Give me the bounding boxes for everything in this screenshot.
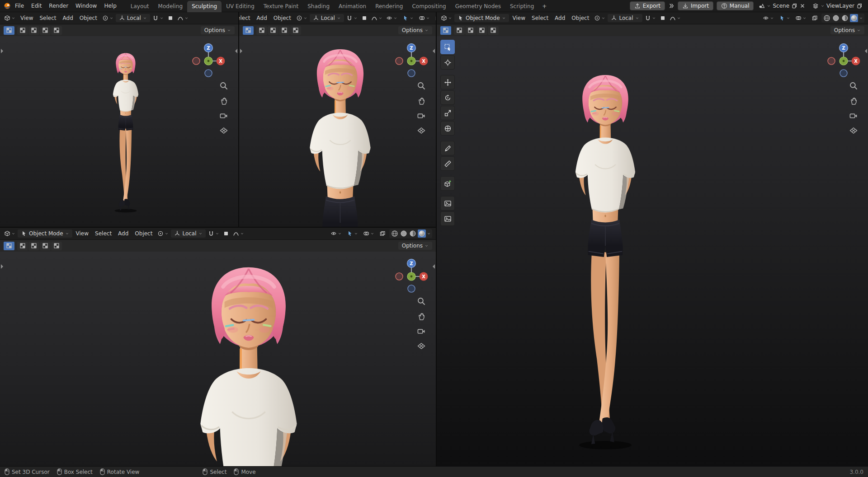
- pivot-point-button[interactable]: [295, 14, 309, 22]
- xray-toggle[interactable]: [434, 14, 436, 22]
- select-mode-new[interactable]: [4, 242, 14, 250]
- transform-orientation-dropdown[interactable]: Local: [116, 14, 150, 22]
- tool-move[interactable]: [440, 75, 455, 89]
- editor-type-button[interactable]: [3, 14, 17, 22]
- character-model[interactable]: [96, 42, 156, 220]
- shading-material[interactable]: [409, 229, 417, 238]
- tool-select-box[interactable]: [440, 40, 455, 54]
- import-button[interactable]: Import: [678, 1, 713, 10]
- select-mode-subtract[interactable]: [268, 26, 278, 35]
- menu-view[interactable]: View: [18, 14, 36, 23]
- select-mode-subtract[interactable]: [28, 26, 39, 35]
- menu-select[interactable]: Select: [92, 229, 114, 238]
- select-mode-invert[interactable]: [476, 26, 487, 35]
- tool-image-reference[interactable]: [440, 211, 455, 226]
- shading-solid[interactable]: [832, 14, 840, 22]
- sidebar-expand-arrow[interactable]: [430, 264, 435, 269]
- workspace-tab-rendering[interactable]: Rendering: [371, 1, 407, 12]
- menu-object[interactable]: Object: [271, 14, 294, 23]
- viewport-canvas[interactable]: [239, 36, 436, 227]
- select-mode-extend[interactable]: [17, 26, 28, 35]
- workspace-tab-sculpting[interactable]: Sculpting: [187, 1, 222, 12]
- proportional-editing-button[interactable]: [360, 14, 369, 22]
- menu-select[interactable]: Select: [529, 14, 551, 23]
- mode-dropdown[interactable]: Object Mode: [18, 229, 72, 238]
- menu-file[interactable]: File: [12, 1, 27, 10]
- export-button[interactable]: Export: [630, 1, 665, 10]
- toolbar-expand-arrow[interactable]: [1, 49, 5, 53]
- toolbar-expand-arrow[interactable]: [1, 264, 5, 269]
- transform-orientation-dropdown[interactable]: Local: [171, 229, 205, 238]
- workspace-tab-scripting[interactable]: Scripting: [505, 1, 538, 12]
- tool-rotate[interactable]: [440, 90, 455, 105]
- menu-add[interactable]: Add: [60, 14, 76, 23]
- xray-toggle[interactable]: [810, 14, 819, 22]
- sidebar-expand-arrow[interactable]: [233, 49, 237, 53]
- tool-scale[interactable]: [440, 106, 455, 120]
- close-icon[interactable]: [799, 3, 806, 9]
- select-mode-new[interactable]: [440, 26, 451, 35]
- sidebar-expand-arrow[interactable]: [430, 49, 435, 53]
- pivot-point-button[interactable]: [101, 14, 115, 22]
- character-model[interactable]: [136, 252, 362, 466]
- workspace-tab-animation[interactable]: Animation: [334, 1, 371, 12]
- show-gizmo-button[interactable]: [401, 14, 415, 22]
- camera-view-icon[interactable]: [417, 327, 426, 336]
- character-model[interactable]: [269, 36, 411, 227]
- add-workspace-button[interactable]: +: [538, 1, 550, 12]
- ortho-grid-icon[interactable]: [219, 126, 228, 135]
- scene-selector[interactable]: Scene: [757, 2, 807, 10]
- menu-render[interactable]: Render: [46, 1, 71, 10]
- snap-toggle[interactable]: [151, 14, 165, 22]
- select-mode-extend[interactable]: [17, 242, 28, 250]
- navigation-gizmo[interactable]: [392, 256, 430, 294]
- falloff-button[interactable]: [668, 14, 682, 22]
- workspace-tab-layout[interactable]: Layout: [126, 1, 154, 12]
- select-mode-new[interactable]: [4, 26, 14, 35]
- select-mode-extend[interactable]: [256, 26, 267, 35]
- snap-toggle[interactable]: [207, 229, 221, 238]
- navigation-gizmo[interactable]: [189, 41, 227, 79]
- zoom-icon[interactable]: [417, 81, 426, 90]
- menu-object[interactable]: Object: [569, 14, 592, 23]
- falloff-button[interactable]: [231, 229, 245, 238]
- options-dropdown[interactable]: Options: [201, 26, 235, 34]
- pan-hand-icon[interactable]: [219, 96, 228, 105]
- options-dropdown[interactable]: Options: [398, 242, 432, 250]
- menu-edit[interactable]: Edit: [28, 1, 45, 10]
- blender-logo-icon[interactable]: [4, 2, 11, 9]
- select-mode-intersect[interactable]: [290, 26, 301, 35]
- shading-rendered[interactable]: [418, 229, 426, 238]
- xray-toggle[interactable]: [378, 229, 387, 238]
- tool-image-empty[interactable]: [440, 196, 455, 210]
- visibility-button[interactable]: [385, 14, 399, 22]
- navigation-gizmo[interactable]: [825, 41, 863, 79]
- tool-transform[interactable]: [440, 121, 455, 136]
- pan-hand-icon[interactable]: [849, 96, 858, 105]
- manual-button[interactable]: Manual: [717, 1, 754, 10]
- show-gizmo-button[interactable]: [345, 229, 359, 238]
- tool-annotate[interactable]: [440, 141, 455, 155]
- visibility-button[interactable]: [761, 14, 775, 22]
- character-model[interactable]: [535, 48, 675, 466]
- shading-rendered[interactable]: [850, 14, 858, 22]
- workspace-tab-uv-editing[interactable]: UV Editing: [222, 1, 259, 12]
- chevron-down-icon[interactable]: [427, 232, 431, 236]
- zoom-icon[interactable]: [849, 81, 858, 90]
- workspace-tab-modeling[interactable]: Modeling: [154, 1, 188, 12]
- transform-orientation-dropdown[interactable]: Local: [608, 14, 642, 22]
- select-mode-subtract[interactable]: [465, 26, 476, 35]
- ortho-grid-icon[interactable]: [417, 341, 426, 351]
- zoom-icon[interactable]: [219, 81, 228, 90]
- select-mode-intersect[interactable]: [488, 26, 499, 35]
- options-dropdown[interactable]: Options: [830, 26, 864, 34]
- shading-material[interactable]: [841, 14, 849, 22]
- ortho-grid-icon[interactable]: [849, 126, 858, 135]
- options-dropdown[interactable]: Options: [398, 26, 432, 34]
- select-mode-invert[interactable]: [40, 26, 51, 35]
- tool-add-cube[interactable]: [440, 176, 455, 191]
- menu-select[interactable]: Select: [37, 14, 59, 23]
- overlays-button[interactable]: [362, 229, 376, 238]
- pivot-point-button[interactable]: [156, 229, 170, 238]
- select-mode-intersect[interactable]: [51, 26, 62, 35]
